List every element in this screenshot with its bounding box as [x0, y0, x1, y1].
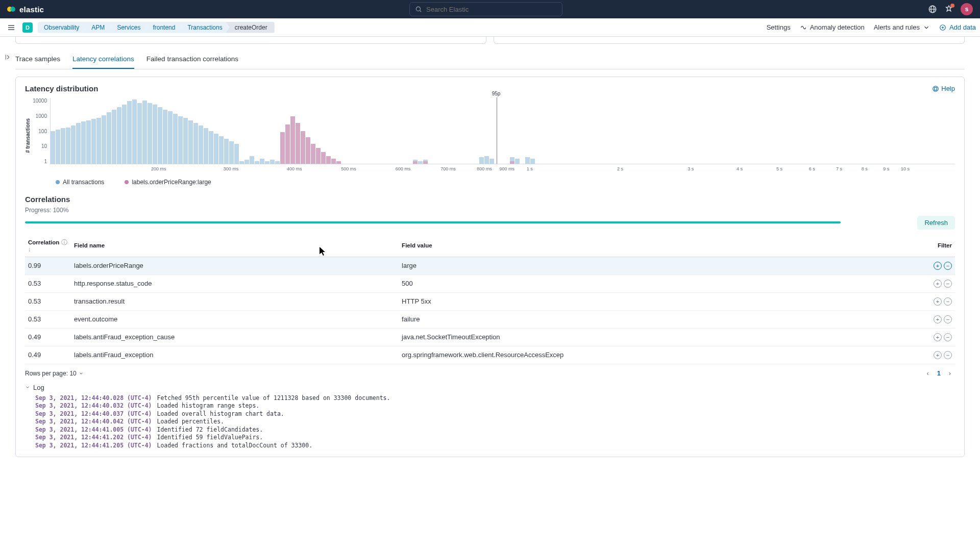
filter-out-icon[interactable]: −: [944, 315, 952, 323]
bar-all[interactable]: [418, 161, 423, 164]
bar-all[interactable]: [81, 121, 86, 164]
bar-all[interactable]: [209, 131, 213, 164]
logo[interactable]: elastic: [7, 5, 44, 14]
table-row[interactable]: 0.49labels.antiFraud_exception_causejava…: [25, 328, 955, 346]
bar-all[interactable]: [224, 139, 229, 164]
bar-all[interactable]: [132, 99, 137, 164]
bar-selected[interactable]: [510, 161, 514, 164]
global-search[interactable]: [409, 2, 562, 16]
bar-all[interactable]: [178, 116, 183, 164]
bar-all[interactable]: [96, 118, 101, 164]
bar-selected[interactable]: [321, 152, 326, 164]
filter-out-icon[interactable]: −: [944, 351, 952, 359]
bar-all[interactable]: [137, 103, 142, 164]
breadcrumb-observability[interactable]: Observability: [38, 22, 86, 33]
tab-trace-samples[interactable]: Trace samples: [15, 50, 60, 69]
nav-toggle-icon[interactable]: [4, 20, 18, 35]
bar-all[interactable]: [158, 107, 162, 164]
col-field-name[interactable]: Field name: [71, 235, 399, 257]
bar-all[interactable]: [275, 161, 280, 164]
bar-all[interactable]: [117, 107, 121, 164]
bar-selected[interactable]: [290, 116, 295, 164]
bar-all[interactable]: [214, 134, 218, 164]
space-selector[interactable]: D: [22, 22, 33, 33]
filter-out-icon[interactable]: −: [944, 297, 952, 306]
bar-all[interactable]: [122, 105, 127, 164]
bar-selected[interactable]: [296, 123, 300, 164]
bar-all[interactable]: [515, 159, 520, 164]
bar-all[interactable]: [86, 120, 91, 164]
breadcrumb-apm[interactable]: APM: [82, 22, 112, 33]
breadcrumb-frontend[interactable]: frontend: [143, 22, 182, 33]
bar-all[interactable]: [173, 114, 178, 164]
bar-selected[interactable]: [331, 159, 336, 164]
table-row[interactable]: 0.53http.response.status_code500+−: [25, 274, 955, 292]
bar-all[interactable]: [229, 141, 234, 164]
bar-selected[interactable]: [316, 148, 321, 164]
col-field-value[interactable]: Field value: [399, 235, 914, 257]
help-link[interactable]: Help: [932, 85, 955, 92]
filter-out-icon[interactable]: −: [944, 333, 952, 341]
bar-all[interactable]: [102, 115, 106, 164]
filter-in-icon[interactable]: +: [934, 315, 942, 323]
col-correlation[interactable]: Correlation ⓘ ↓: [25, 235, 71, 257]
legend-all[interactable]: All transactions: [56, 179, 104, 186]
help-icon[interactable]: [928, 5, 937, 14]
bar-all[interactable]: [489, 159, 494, 164]
breadcrumb-services[interactable]: Services: [108, 22, 148, 33]
user-avatar[interactable]: s: [961, 3, 973, 15]
bar-all[interactable]: [66, 128, 70, 164]
bar-all[interactable]: [270, 160, 275, 164]
bar-all[interactable]: [168, 111, 173, 164]
settings-link[interactable]: Settings: [767, 23, 791, 31]
filter-in-icon[interactable]: +: [934, 262, 942, 270]
bar-all[interactable]: [188, 120, 193, 164]
bar-all[interactable]: [244, 160, 249, 164]
filter-in-icon[interactable]: +: [934, 280, 942, 288]
bar-all[interactable]: [183, 118, 188, 164]
bar-all[interactable]: [239, 161, 244, 164]
filter-in-icon[interactable]: +: [934, 351, 942, 359]
bar-all[interactable]: [107, 112, 111, 164]
bar-all[interactable]: [530, 159, 535, 164]
filter-in-icon[interactable]: +: [934, 297, 942, 306]
bar-selected[interactable]: [306, 137, 310, 164]
legend-selected[interactable]: labels.orderPriceRange:large: [125, 179, 211, 186]
bar-all[interactable]: [56, 130, 60, 164]
bar-selected[interactable]: [285, 124, 290, 164]
bar-all[interactable]: [219, 136, 224, 164]
bar-all[interactable]: [234, 144, 239, 164]
bar-selected[interactable]: [336, 161, 341, 164]
bar-all[interactable]: [127, 101, 132, 164]
table-row[interactable]: 0.53event.outcomefailure+−: [25, 310, 955, 328]
bar-all[interactable]: [525, 157, 530, 164]
bar-all[interactable]: [265, 161, 270, 164]
table-row[interactable]: 0.53transaction.resultHTTP 5xx+−: [25, 292, 955, 310]
bar-selected[interactable]: [301, 131, 305, 164]
search-input[interactable]: [426, 6, 557, 13]
tab-latency-correlations[interactable]: Latency correlations: [72, 50, 134, 69]
bar-selected[interactable]: [423, 161, 428, 164]
bar-all[interactable]: [199, 126, 203, 164]
bar-selected[interactable]: [413, 161, 418, 164]
bar-selected[interactable]: [311, 144, 315, 164]
bar-all[interactable]: [112, 110, 116, 164]
bar-all[interactable]: [142, 101, 147, 164]
bar-all[interactable]: [255, 161, 259, 164]
log-toggle[interactable]: Log: [25, 384, 955, 391]
bar-all[interactable]: [148, 103, 152, 164]
page-prev[interactable]: ‹: [923, 368, 933, 379]
bar-all[interactable]: [250, 156, 254, 164]
breadcrumb-transactions[interactable]: Transactions: [178, 22, 229, 33]
page-current[interactable]: 1: [937, 369, 941, 377]
bar-all[interactable]: [193, 123, 198, 164]
page-next[interactable]: ›: [945, 368, 955, 379]
bar-all[interactable]: [204, 128, 208, 164]
filter-out-icon[interactable]: −: [944, 280, 952, 288]
table-row[interactable]: 0.49labels.antiFraud_exceptionorg.spring…: [25, 346, 955, 364]
rows-per-page[interactable]: Rows per page: 10: [25, 370, 84, 377]
bar-all[interactable]: [260, 159, 264, 164]
add-data-link[interactable]: Add data: [939, 23, 976, 31]
tab-failed-correlations[interactable]: Failed transaction correlations: [146, 50, 238, 69]
plot-area[interactable]: [50, 98, 955, 164]
